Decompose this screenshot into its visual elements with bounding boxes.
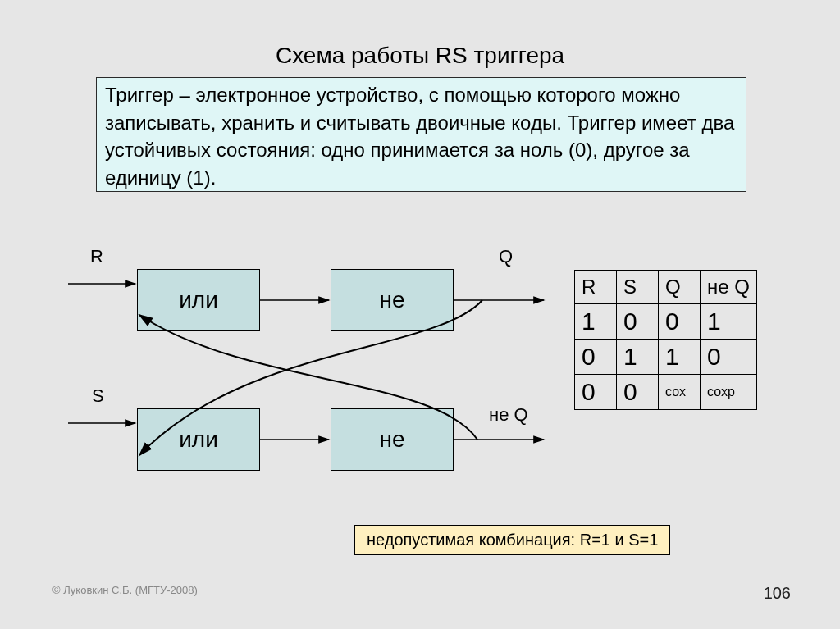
truth-table-row: 0 1 1 0 <box>575 340 757 375</box>
th-q: Q <box>659 271 701 304</box>
label-not-q: не Q <box>489 404 528 426</box>
page-number: 106 <box>764 584 791 603</box>
truth-table-row: 1 0 0 1 <box>575 304 757 340</box>
th-r: R <box>575 271 617 304</box>
truth-table: R S Q не Q 1 0 0 1 0 1 1 0 0 0 сох сохр <box>574 270 757 410</box>
page-title: Схема работы RS триггера <box>0 43 840 69</box>
definition-box: Триггер – электронное устройство, с помо… <box>96 77 746 192</box>
gate-not-top: не <box>331 269 454 331</box>
label-q: Q <box>499 246 513 267</box>
gate-or-bottom: или <box>137 408 260 471</box>
gate-not-bottom: не <box>331 408 454 471</box>
forbidden-combo-box: недопустимая комбинация: R=1 и S=1 <box>354 525 670 555</box>
truth-table-row: 0 0 сох сохр <box>575 375 757 410</box>
gate-or-top: или <box>137 269 260 331</box>
truth-table-header: R S Q не Q <box>575 271 757 304</box>
copyright: © Луковкин С.Б. (МГТУ-2008) <box>52 584 198 596</box>
label-r: R <box>90 246 103 267</box>
th-s: S <box>617 271 659 304</box>
th-nq: не Q <box>701 271 757 304</box>
label-s: S <box>92 385 104 407</box>
